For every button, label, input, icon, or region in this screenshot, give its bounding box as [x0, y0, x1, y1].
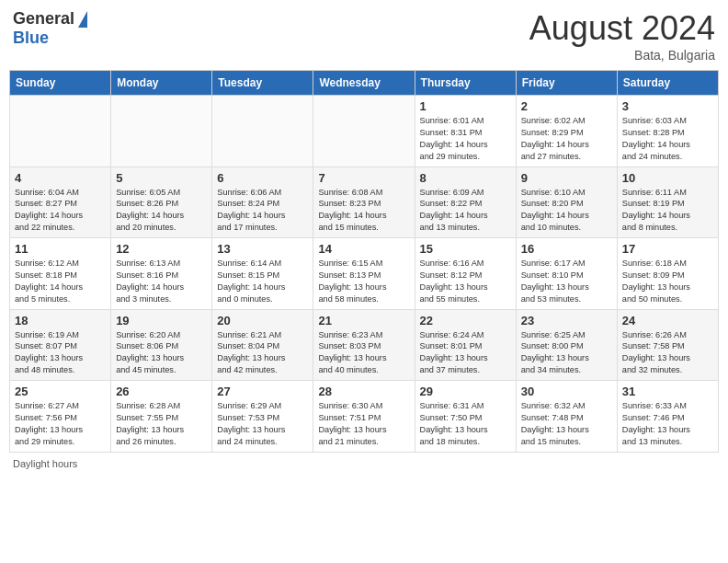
calendar-day-cell: 16Sunrise: 6:17 AM Sunset: 8:10 PM Dayli…: [516, 238, 617, 310]
day-number: 8: [420, 171, 511, 185]
day-info: Sunrise: 6:18 AM Sunset: 8:09 PM Dayligh…: [622, 258, 713, 305]
day-info: Sunrise: 6:33 AM Sunset: 7:46 PM Dayligh…: [622, 400, 713, 448]
calendar-day-cell: 26Sunrise: 6:28 AM Sunset: 7:55 PM Dayli…: [111, 381, 212, 453]
calendar-day-cell: 7Sunrise: 6:08 AM Sunset: 8:23 PM Daylig…: [313, 167, 415, 238]
day-number: 15: [420, 242, 511, 256]
page-header: General Blue August 2024 Bata, Bulgaria: [9, 9, 719, 63]
day-info: Sunrise: 6:24 AM Sunset: 8:01 PM Dayligh…: [420, 329, 511, 377]
calendar-week-row: 18Sunrise: 6:19 AM Sunset: 8:07 PM Dayli…: [10, 309, 719, 381]
footer-note: Daylight hours: [9, 458, 719, 469]
calendar-week-row: 4Sunrise: 6:04 AM Sunset: 8:27 PM Daylig…: [10, 167, 719, 238]
day-number: 23: [521, 314, 612, 327]
calendar-day-cell: 11Sunrise: 6:12 AM Sunset: 8:18 PM Dayli…: [10, 238, 111, 310]
day-info: Sunrise: 6:30 AM Sunset: 7:51 PM Dayligh…: [318, 400, 409, 448]
calendar-day-cell: 23Sunrise: 6:25 AM Sunset: 8:00 PM Dayli…: [516, 309, 617, 381]
calendar-day-cell: 24Sunrise: 6:26 AM Sunset: 7:58 PM Dayli…: [617, 309, 718, 381]
day-info: Sunrise: 6:11 AM Sunset: 8:19 PM Dayligh…: [622, 187, 713, 235]
day-info: Sunrise: 6:08 AM Sunset: 8:23 PM Dayligh…: [318, 187, 409, 235]
calendar-day-cell: 5Sunrise: 6:05 AM Sunset: 8:26 PM Daylig…: [111, 167, 212, 238]
day-number: 1: [420, 99, 511, 113]
day-number: 24: [622, 314, 713, 327]
calendar-day-cell: 17Sunrise: 6:18 AM Sunset: 8:09 PM Dayli…: [617, 238, 718, 310]
col-header-friday: Friday: [516, 71, 617, 96]
day-info: Sunrise: 6:20 AM Sunset: 8:06 PM Dayligh…: [116, 329, 207, 377]
day-info: Sunrise: 6:32 AM Sunset: 7:48 PM Dayligh…: [521, 400, 612, 448]
calendar-day-cell: 6Sunrise: 6:06 AM Sunset: 8:24 PM Daylig…: [212, 167, 313, 238]
calendar-day-cell: 15Sunrise: 6:16 AM Sunset: 8:12 PM Dayli…: [415, 238, 516, 310]
calendar-day-cell: 9Sunrise: 6:10 AM Sunset: 8:20 PM Daylig…: [516, 167, 617, 238]
day-number: 2: [521, 99, 612, 113]
day-info: Sunrise: 6:29 AM Sunset: 7:53 PM Dayligh…: [217, 400, 308, 448]
calendar-day-cell: [10, 96, 111, 167]
calendar-day-cell: 25Sunrise: 6:27 AM Sunset: 7:56 PM Dayli…: [10, 381, 111, 453]
calendar-week-row: 11Sunrise: 6:12 AM Sunset: 8:18 PM Dayli…: [10, 238, 719, 310]
calendar-day-cell: 10Sunrise: 6:11 AM Sunset: 8:19 PM Dayli…: [617, 167, 718, 238]
calendar-week-row: 1Sunrise: 6:01 AM Sunset: 8:31 PM Daylig…: [10, 96, 719, 167]
col-header-saturday: Saturday: [617, 71, 718, 96]
day-info: Sunrise: 6:27 AM Sunset: 7:56 PM Dayligh…: [15, 400, 106, 448]
day-info: Sunrise: 6:23 AM Sunset: 8:03 PM Dayligh…: [318, 329, 409, 377]
day-info: Sunrise: 6:04 AM Sunset: 8:27 PM Dayligh…: [15, 187, 106, 235]
calendar-day-cell: 28Sunrise: 6:30 AM Sunset: 7:51 PM Dayli…: [313, 381, 415, 453]
day-number: 18: [15, 314, 106, 327]
day-number: 22: [420, 314, 511, 327]
day-number: 31: [622, 385, 713, 398]
day-number: 7: [318, 171, 409, 185]
day-info: Sunrise: 6:26 AM Sunset: 7:58 PM Dayligh…: [622, 329, 713, 377]
day-number: 21: [318, 314, 409, 327]
calendar-day-cell: 1Sunrise: 6:01 AM Sunset: 8:31 PM Daylig…: [415, 96, 516, 167]
calendar-day-cell: 13Sunrise: 6:14 AM Sunset: 8:15 PM Dayli…: [212, 238, 313, 310]
calendar-day-cell: 21Sunrise: 6:23 AM Sunset: 8:03 PM Dayli…: [313, 309, 415, 381]
col-header-thursday: Thursday: [415, 71, 516, 96]
day-number: 26: [116, 385, 207, 398]
title-area: August 2024 Bata, Bulgaria: [529, 9, 715, 63]
daylight-label: Daylight hours: [13, 458, 77, 469]
day-info: Sunrise: 6:02 AM Sunset: 8:29 PM Dayligh…: [521, 115, 612, 163]
col-header-sunday: Sunday: [10, 71, 111, 96]
day-number: 19: [116, 314, 207, 327]
calendar-day-cell: 12Sunrise: 6:13 AM Sunset: 8:16 PM Dayli…: [111, 238, 212, 310]
day-info: Sunrise: 6:09 AM Sunset: 8:22 PM Dayligh…: [420, 187, 511, 235]
day-number: 29: [420, 385, 511, 398]
calendar-week-row: 25Sunrise: 6:27 AM Sunset: 7:56 PM Dayli…: [10, 381, 719, 453]
month-year-title: August 2024: [529, 9, 715, 48]
calendar-day-cell: 3Sunrise: 6:03 AM Sunset: 8:28 PM Daylig…: [617, 96, 718, 167]
day-number: 25: [15, 385, 106, 398]
logo-general-text: General: [13, 9, 74, 29]
day-number: 10: [622, 171, 713, 185]
day-info: Sunrise: 6:10 AM Sunset: 8:20 PM Dayligh…: [521, 187, 612, 235]
day-info: Sunrise: 6:21 AM Sunset: 8:04 PM Dayligh…: [217, 329, 308, 377]
day-info: Sunrise: 6:31 AM Sunset: 7:50 PM Dayligh…: [420, 400, 511, 448]
day-number: 14: [318, 242, 409, 256]
calendar-day-cell: 27Sunrise: 6:29 AM Sunset: 7:53 PM Dayli…: [212, 381, 313, 453]
logo-blue-text: Blue: [13, 29, 49, 48]
calendar-day-cell: 18Sunrise: 6:19 AM Sunset: 8:07 PM Dayli…: [10, 309, 111, 381]
calendar-day-cell: [313, 96, 415, 167]
day-number: 9: [521, 171, 612, 185]
calendar-day-cell: 29Sunrise: 6:31 AM Sunset: 7:50 PM Dayli…: [415, 381, 516, 453]
calendar-day-cell: [111, 96, 212, 167]
day-number: 11: [15, 242, 106, 256]
calendar-day-cell: 20Sunrise: 6:21 AM Sunset: 8:04 PM Dayli…: [212, 309, 313, 381]
calendar-day-cell: 2Sunrise: 6:02 AM Sunset: 8:29 PM Daylig…: [516, 96, 617, 167]
day-number: 3: [622, 99, 713, 113]
calendar-day-cell: 4Sunrise: 6:04 AM Sunset: 8:27 PM Daylig…: [10, 167, 111, 238]
day-number: 4: [15, 171, 106, 185]
calendar-day-cell: 14Sunrise: 6:15 AM Sunset: 8:13 PM Dayli…: [313, 238, 415, 310]
logo: General Blue: [13, 9, 87, 48]
day-info: Sunrise: 6:19 AM Sunset: 8:07 PM Dayligh…: [15, 329, 106, 377]
day-info: Sunrise: 6:01 AM Sunset: 8:31 PM Dayligh…: [420, 115, 511, 163]
day-number: 20: [217, 314, 308, 327]
day-number: 5: [116, 171, 207, 185]
day-info: Sunrise: 6:14 AM Sunset: 8:15 PM Dayligh…: [217, 258, 308, 305]
day-number: 12: [116, 242, 207, 256]
day-number: 30: [521, 385, 612, 398]
col-header-monday: Monday: [111, 71, 212, 96]
col-header-tuesday: Tuesday: [212, 71, 313, 96]
calendar-day-cell: [212, 96, 313, 167]
day-number: 13: [217, 242, 308, 256]
calendar-day-cell: 22Sunrise: 6:24 AM Sunset: 8:01 PM Dayli…: [415, 309, 516, 381]
calendar-day-cell: 30Sunrise: 6:32 AM Sunset: 7:48 PM Dayli…: [516, 381, 617, 453]
day-info: Sunrise: 6:25 AM Sunset: 8:00 PM Dayligh…: [521, 329, 612, 377]
day-number: 17: [622, 242, 713, 256]
